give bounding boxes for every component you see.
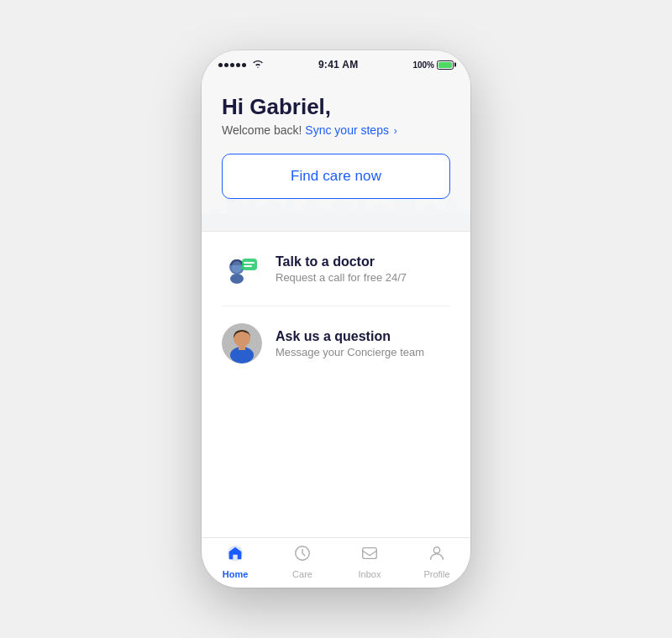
svg-point-10 (230, 274, 244, 284)
svg-rect-22 (363, 547, 377, 558)
ask-question-card[interactable]: Ask us a question Message your Concierge… (222, 306, 450, 380)
nav-label-profile: Profile (423, 569, 449, 579)
cards-section: Talk to a doctor Request a call for free… (202, 232, 470, 537)
welcome-static: Welcome back! (222, 123, 302, 137)
status-time: 9:41 AM (318, 59, 359, 71)
wifi-icon (252, 60, 264, 70)
greeting-text: Hi Gabriel, (222, 94, 450, 120)
screen: Hi Gabriel, Welcome back! Sync your step… (202, 74, 470, 537)
signal-dots (218, 63, 246, 67)
welcome-line: Welcome back! Sync your steps › (222, 123, 450, 137)
find-care-button-wrap: Find care now (222, 154, 450, 199)
sync-steps-link[interactable]: Sync your steps (305, 123, 389, 137)
nav-label-home: Home (223, 569, 249, 579)
nav-label-care: Care (292, 569, 312, 579)
signal-dot-2 (224, 63, 228, 67)
signal-dot-1 (218, 63, 223, 67)
home-icon (226, 544, 244, 567)
inbox-icon (360, 544, 379, 567)
svg-rect-0 (228, 199, 230, 201)
svg-rect-1 (232, 199, 234, 201)
doctor-card-title: Talk to a doctor (276, 254, 407, 269)
nav-item-care[interactable]: Care (269, 538, 336, 588)
status-bar: 9:41 AM 100% (202, 50, 470, 74)
battery-fill (438, 62, 452, 68)
battery-percent: 100% (412, 60, 434, 70)
battery-icon (437, 60, 454, 70)
signal-dot-5 (242, 63, 246, 67)
nav-label-inbox: Inbox (359, 569, 381, 579)
phone-frame: 9:41 AM 100% (202, 50, 470, 588)
svg-rect-19 (239, 345, 245, 350)
battery-area: 100% (412, 60, 454, 70)
signal-area (218, 60, 264, 70)
care-icon (293, 544, 312, 567)
question-card-text: Ask us a question Message your Concierge… (276, 329, 424, 358)
concierge-avatar-wrap (222, 323, 262, 363)
question-card-subtitle: Message your Concierge team (276, 346, 424, 358)
svg-point-11 (232, 261, 242, 273)
bottom-nav: Home Care Inbox (202, 537, 470, 588)
signal-dot-4 (236, 63, 240, 67)
svg-point-23 (433, 546, 439, 552)
doctor-icon-wrap (222, 248, 262, 289)
concierge-avatar (222, 323, 262, 363)
doctor-card-subtitle: Request a call for free 24/7 (276, 271, 407, 284)
chevron-right-icon: › (394, 125, 397, 137)
find-care-button[interactable]: Find care now (222, 154, 450, 199)
doctor-illustration (222, 248, 262, 289)
question-card-title: Ask us a question (276, 329, 424, 344)
signal-dot-3 (230, 63, 234, 67)
nav-item-profile[interactable]: Profile (403, 538, 470, 588)
svg-rect-12 (242, 259, 257, 270)
profile-icon (428, 544, 446, 567)
nav-item-inbox[interactable]: Inbox (336, 538, 403, 588)
doctor-card-text: Talk to a doctor Request a call for free… (276, 254, 407, 284)
nav-item-home[interactable]: Home (202, 538, 269, 588)
talk-to-doctor-card[interactable]: Talk to a doctor Request a call for free… (222, 232, 450, 306)
hero-section: Hi Gabriel, Welcome back! Sync your step… (202, 74, 470, 231)
